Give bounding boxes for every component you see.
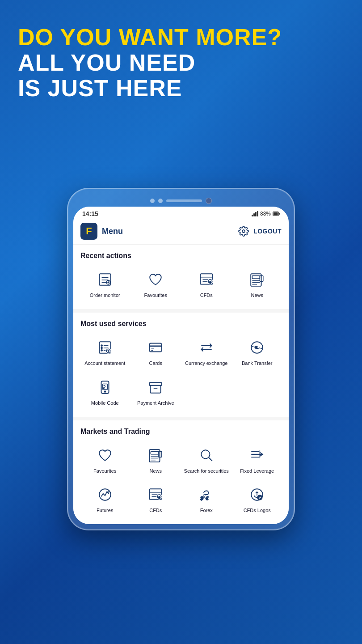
cards-item[interactable]: Cards [131, 334, 181, 370]
news-markets-icon [146, 445, 165, 465]
cfds-markets-item[interactable]: € CFDs [131, 481, 181, 517]
account-statement-label: Account statement [84, 360, 125, 366]
svg-point-40 [104, 391, 105, 392]
bank-transfer-label: Bank Transfer [242, 360, 272, 366]
most-used-title: Most used services [80, 320, 282, 328]
svg-point-27 [101, 350, 102, 351]
search-securities-item[interactable]: Search for securities [182, 442, 231, 478]
news-label: News [251, 292, 263, 298]
settings-icon[interactable] [238, 226, 249, 237]
svg-text:$: $ [200, 495, 203, 501]
favourites-markets-item[interactable]: Favourites [80, 442, 130, 478]
logout-button[interactable]: LOGOUT [253, 228, 282, 235]
cfds-logos-item[interactable]: CFDs Logos [233, 481, 282, 517]
svg-line-52 [209, 458, 212, 461]
svg-text:€: € [255, 345, 258, 350]
markets-grid-row1: Favourites [80, 442, 282, 478]
hero-line1: DO YOU WANT MORE? [18, 25, 282, 50]
svg-rect-33 [149, 343, 162, 352]
menu-label[interactable]: Menu [102, 227, 123, 236]
cfds-icon: € [197, 270, 216, 289]
phone-mockup: 14:15 88% [67, 188, 295, 530]
cfds-markets-label: CFDs [149, 507, 162, 513]
order-monitor-item[interactable]: Order monitor [80, 266, 130, 302]
favourites-recent-item[interactable]: Favourites [131, 266, 181, 302]
svg-rect-17 [253, 276, 260, 279]
hero-line2: ALL YOU NEED IS JUST HERE [18, 50, 282, 101]
cfds-label: CFDs [200, 292, 213, 298]
most-used-section: Most used services [73, 313, 289, 417]
app-logo[interactable]: F [80, 223, 97, 240]
favourites-heart-icon [95, 445, 115, 465]
svg-text:€: € [209, 280, 211, 284]
cards-icon [146, 338, 165, 357]
divider-2 [73, 417, 289, 420]
status-bar: 14:15 88% [73, 207, 289, 219]
recent-actions-grid: Order monitor Favourites [80, 266, 282, 302]
svg-text:€: € [159, 496, 160, 500]
account-statement-item[interactable]: Account statement [80, 334, 130, 370]
cfds-logos-label: CFDs Logos [244, 507, 271, 513]
svg-rect-2 [99, 274, 111, 285]
cfds-recent-item[interactable]: € CFDs [182, 266, 231, 302]
divider-1 [73, 309, 289, 313]
phone-pill [166, 199, 202, 202]
futures-item[interactable]: Futures [80, 481, 130, 517]
news-markets-label: News [149, 468, 162, 474]
recent-actions-section: Recent actions [73, 245, 289, 309]
cards-label: Cards [149, 360, 162, 366]
phone-camera [206, 198, 212, 204]
fixed-leverage-icon [247, 445, 267, 465]
svg-rect-1 [274, 212, 278, 216]
battery-icon [273, 212, 280, 216]
payment-archive-item[interactable]: Payment Archive [131, 374, 181, 410]
news-icon [247, 270, 267, 289]
recent-actions-title: Recent actions [80, 252, 282, 260]
news-recent-item[interactable]: News [233, 266, 282, 302]
forex-item[interactable]: € $ Forex [182, 481, 231, 517]
status-time: 14:15 [82, 210, 98, 217]
currency-exchange-icon [197, 338, 216, 357]
most-used-grid-row2: Mobile Code Payment Archive [80, 374, 282, 410]
futures-label: Futures [97, 507, 113, 513]
svg-point-51 [201, 450, 210, 458]
svg-point-25 [101, 347, 102, 349]
fixed-leverage-item[interactable]: Fixed Leverage [233, 442, 282, 478]
futures-icon [95, 485, 115, 504]
most-used-grid-row1: Account statement Cards [80, 334, 282, 370]
forex-label: Forex [200, 507, 213, 513]
signal-icon [252, 211, 258, 216]
app-header: F Menu LOGOUT [73, 219, 289, 245]
cfds-logos-icon [247, 485, 267, 504]
markets-trading-title: Markets and Trading [80, 428, 282, 436]
phone-dot-2 [158, 199, 163, 203]
hero-section: DO YOU WANT MORE? ALL YOU NEED IS JUST H… [18, 25, 282, 102]
currency-exchange-label: Currency exchange [185, 360, 227, 366]
payment-archive-icon [146, 377, 165, 397]
currency-exchange-item[interactable]: Currency exchange [182, 334, 231, 370]
svg-rect-46 [151, 451, 159, 454]
forex-icon: € $ [197, 485, 216, 504]
mobile-code-item[interactable]: Mobile Code [80, 374, 130, 410]
app-logo-area[interactable]: F Menu [80, 223, 123, 240]
svg-rect-43 [149, 382, 162, 385]
battery-text: 88% [260, 211, 271, 217]
heart-icon [146, 270, 165, 289]
order-monitor-icon [95, 270, 115, 289]
status-right: 88% [252, 211, 280, 217]
svg-point-42 [103, 388, 104, 389]
favourites-markets-label: Favourites [93, 468, 116, 474]
news-markets-item[interactable]: News [131, 442, 181, 478]
markets-trading-section: Markets and Trading Favourites [73, 420, 289, 525]
order-monitor-label: Order monitor [90, 292, 120, 298]
search-securities-icon [197, 445, 216, 465]
phone-notch [73, 194, 289, 207]
phone-dot-1 [150, 199, 155, 203]
bank-transfer-icon: € [247, 338, 267, 357]
payment-archive-label: Payment Archive [137, 400, 174, 406]
fixed-leverage-label: Fixed Leverage [240, 468, 274, 474]
phone-frame: 14:15 88% [67, 188, 295, 530]
search-securities-label: Search for securities [184, 468, 229, 474]
bank-transfer-item[interactable]: € Bank Transfer [233, 334, 282, 370]
mobile-code-label: Mobile Code [91, 400, 119, 406]
